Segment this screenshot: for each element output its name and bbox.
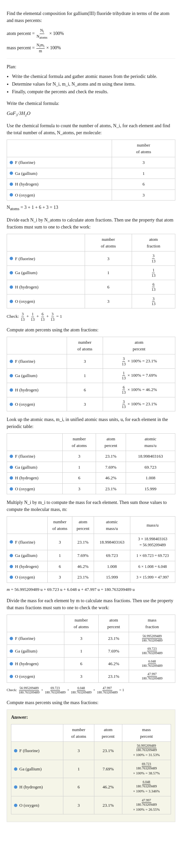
col-element — [7, 234, 85, 251]
count-intro: Use the chemical formula to count the nu… — [7, 122, 175, 136]
count-section: Use the chemical formula to count the nu… — [7, 122, 175, 212]
table-row: H (hydrogen) 6 613 × 100% = 46.2% — [7, 383, 175, 397]
table-row: O (oxygen) 3 23.1% 47.997180.763209489 ×… — [11, 796, 171, 814]
atoms-table: numberof atoms F (fluorine) 3 Ga (galliu… — [7, 140, 175, 200]
h-atoms: 6 — [112, 179, 175, 190]
table-row: Ga (gallium) 1 7.69% 69.723180.763209489 — [7, 645, 175, 657]
f-frac: 313 — [151, 253, 156, 264]
plan-item-1: Write the chemical formula and gather at… — [12, 73, 175, 80]
table-row: F (fluorine) 3 313 × 100% = 23.1% — [7, 354, 175, 369]
divide-intro: Divide each N_i by N_atoms to calculate … — [7, 217, 175, 230]
multiply-intro: Multiply N_i by m_i to compute the mass … — [7, 499, 175, 513]
atom-percent-section: Compute atom percents using the atom fra… — [7, 327, 175, 411]
main-content: Find the elemental composition for galli… — [7, 10, 175, 822]
dot-h5 — [10, 565, 13, 568]
dot-o — [10, 193, 13, 196]
table-row: O (oxygen) 3 23.1% 47.997180.763209489 — [7, 670, 175, 683]
col-element — [7, 140, 112, 157]
multiply-section: Multiply N_i by m_i to compute the mass … — [7, 499, 175, 593]
dot-o7 — [14, 804, 17, 807]
element-cell: Ga (gallium) — [7, 168, 112, 179]
plan-title: Plan: — [7, 63, 175, 70]
table-row: F (fluorine) 3 23.1% 56.995209489180.763… — [11, 742, 171, 760]
table-row: H (hydrogen) 6 46.2% 1.008 6 × 1.008 = 6… — [7, 561, 175, 572]
dot-ga3 — [10, 374, 13, 377]
atom-frac: Ni Natoms — [36, 28, 48, 40]
table-row: F (fluorine) 3 23.1% 18.998403163 3 × 18… — [7, 534, 175, 550]
answer-box: Answer: numberof atoms atompercent massp… — [7, 709, 175, 822]
dot-ga — [10, 172, 13, 175]
chemical-formula: GaF3·3H2O — [7, 110, 175, 118]
dot-f5 — [10, 540, 13, 544]
dot-ga4 — [10, 466, 13, 469]
atom-fraction-table: numberof atoms atomfraction F (fluorine)… — [7, 234, 175, 308]
answer-label: Answer: — [11, 714, 171, 721]
mass-table: numberof atoms atompercent atomicmass/u … — [7, 516, 175, 583]
plan-section: Plan: Write the chemical formula and gat… — [7, 63, 175, 95]
dot-o6 — [10, 675, 13, 678]
dot-f2 — [10, 257, 13, 260]
ga-frac: 113 — [151, 268, 156, 278]
m-line: m = 56.995209489 u + 69.723 u + 6.048 u … — [7, 586, 175, 593]
table-row: Ga (gallium) 1 7.69% 69.723 — [7, 462, 175, 473]
dot-h2 — [10, 285, 13, 289]
dot-o3 — [10, 403, 13, 406]
dot-o4 — [10, 487, 13, 491]
atom-percent-formula: atom percent = Ni Natoms × 100% — [7, 28, 175, 40]
plan-list: Write the chemical formula and gather at… — [12, 73, 175, 95]
atomic-mass-table: numberof atoms atompercent atomicmass/u … — [7, 433, 175, 494]
ga-atoms: 1 — [112, 168, 175, 179]
col-atoms: numberof atoms — [85, 234, 132, 251]
check1: Check: 313 + 113 + 613 + 313 = 1 — [7, 312, 175, 322]
dot-f3 — [10, 360, 13, 363]
dot-h7 — [14, 785, 17, 789]
dot-f7 — [14, 749, 17, 752]
atom-percent-intro: Compute atom percents using the atom fra… — [7, 327, 175, 333]
dot-h6 — [10, 662, 13, 665]
table-row: H (hydrogen) 6 46.2% 6.048180.763209489 — [7, 657, 175, 670]
mass-fraction-section: Divide the mass for each element by m to… — [7, 597, 175, 694]
plan-item-2: Determine values for N_i, m_i, N_atoms a… — [12, 81, 175, 88]
col-atoms: numberof atoms — [112, 140, 175, 157]
dot-ga6 — [10, 650, 13, 653]
n-atoms-line: Natoms = 3 + 1 + 6 + 3 = 13 — [7, 204, 175, 212]
answer-section: Compute mass percents using the mass fra… — [7, 699, 175, 822]
mass-fraction-table: numberof atoms atompercent massfraction … — [7, 615, 175, 683]
mass-fraction-intro: Divide the mass for each element by m to… — [7, 597, 175, 611]
dot-f6 — [10, 637, 13, 640]
table-row: Ga (gallium) 1 7.69% 69.723 1 × 69.723 =… — [7, 550, 175, 561]
table-row: Ga (gallium) 1 — [7, 168, 175, 179]
formula-section: Write the chemical formula: GaF3·3H2O — [7, 100, 175, 118]
dot-f4 — [10, 455, 13, 458]
table-row: H (hydrogen) 6 613 — [7, 280, 175, 294]
plan-item-3: Finally, compute the percents and check … — [12, 88, 175, 95]
table-row: H (hydrogen) 6 — [7, 179, 175, 190]
intro-section: Find the elemental composition for galli… — [7, 10, 175, 54]
element-cell: H (hydrogen) — [7, 179, 112, 190]
element-cell: O (oxygen) — [7, 189, 112, 200]
table-row: O (oxygen) 3 23.1% 15.999 3 × 15.999 = 4… — [7, 572, 175, 583]
table-row: O (oxygen) 3 313 × 100% = 23.1% — [7, 397, 175, 411]
table-row: Ga (gallium) 1 113 × 100% = 7.69% — [7, 369, 175, 383]
table-row: H (hydrogen) 6 46.2% 6.048180.763209489 … — [11, 778, 171, 796]
table-row: O (oxygen) 3 313 — [7, 294, 175, 308]
table-row: O (oxygen) 3 23.1% 15.999 — [7, 483, 175, 494]
element-cell: O (oxygen) — [7, 294, 85, 308]
h-frac: 613 — [151, 282, 156, 292]
table-row: H (hydrogen) 6 46.2% 1.008 — [7, 473, 175, 484]
table-row: F (fluorine) 3 — [7, 157, 175, 168]
o-frac: 313 — [151, 297, 156, 306]
mass-percent-formula: mass percent = Nimi m × 100% — [7, 43, 175, 54]
table-row: O (oxygen) 3 — [7, 189, 175, 200]
table-row: Ga (gallium) 1 7.69% 69.723180.763209489… — [11, 760, 171, 778]
col-fraction: atomfraction — [132, 234, 175, 251]
atom-percent-table: numberof atoms atompercent F (fluorine) … — [7, 337, 175, 411]
check2: Check: 56.995209489180.763209489 + 69.72… — [7, 686, 175, 694]
o-atoms: 3 — [112, 189, 175, 200]
atom-fraction-section: Divide each N_i by N_atoms to calculate … — [7, 217, 175, 322]
lookup-section: Look up the atomic mass, m_i, in unified… — [7, 416, 175, 494]
mass-percent-intro2: Compute mass percents using the mass fra… — [7, 699, 175, 706]
answer-table: numberof atoms atompercent masspercent F… — [11, 724, 171, 814]
element-cell: F (fluorine) — [7, 157, 112, 168]
dot-ga2 — [10, 271, 13, 275]
